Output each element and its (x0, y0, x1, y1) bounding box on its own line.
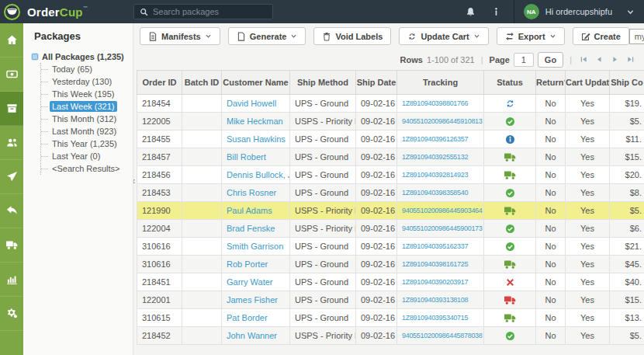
customer-name-link[interactable]: Pat Border (222, 309, 290, 327)
tree-root-label[interactable]: All Packages (1,235) (42, 52, 124, 61)
update-cart-button[interactable]: Update Cart (399, 27, 488, 45)
page-input[interactable] (514, 53, 534, 67)
column-header[interactable]: Cart Updated? (566, 71, 610, 95)
user-menu-chevron-icon[interactable] (626, 8, 635, 16)
rail-item-packages[interactable] (0, 92, 23, 126)
rail-item-home[interactable] (0, 23, 23, 57)
tree-item-label[interactable]: This Month (312) (50, 113, 119, 124)
tracking-link[interactable]: 1Z8910940398161725 (397, 256, 484, 273)
previous-page-icon[interactable] (595, 55, 604, 64)
tracking-link[interactable]: 1Z8910940395162337 (397, 238, 484, 256)
rail-item-billing[interactable] (0, 57, 23, 92)
column-header[interactable]: Status (484, 71, 536, 95)
tree-item-label[interactable]: Today (65) (50, 64, 95, 75)
table-row[interactable]: 310616Smith GarrisonUPS - Ground09-02-16… (137, 238, 644, 256)
tree-item-label[interactable]: Last Year (0) (50, 151, 102, 162)
search-box[interactable] (133, 4, 273, 19)
table-row[interactable]: 218452John WannerUSPS - Priority Mail09-… (137, 327, 644, 345)
customer-name-link[interactable]: Smith Garrison (222, 238, 290, 256)
customer-name-link[interactable]: Rob Porter (222, 256, 290, 273)
table-row[interactable]: 310616Rob PorterUPS - Ground09-02-161Z89… (137, 256, 644, 273)
export-button[interactable]: Export (497, 27, 565, 45)
notifications-bell-icon[interactable] (466, 7, 476, 17)
customer-name-link[interactable]: Garry Water (222, 273, 290, 291)
tracking-link[interactable]: 1Z8910940393138108 (397, 291, 484, 309)
avatar[interactable]: NA (524, 4, 539, 19)
tracking-link[interactable]: 9405510200986445878038 (397, 327, 484, 345)
rail-item-settings[interactable] (0, 297, 23, 331)
tree-item-label[interactable]: This Week (195) (50, 89, 117, 99)
column-header[interactable]: Order ID (137, 71, 182, 95)
tree-item-label[interactable]: Last Week (321) (50, 101, 117, 112)
tracking-link[interactable]: 1Z8910940392814923 (397, 166, 484, 184)
customer-name-link[interactable]: Chris Rosner (222, 184, 290, 202)
column-header[interactable]: Tracking (397, 71, 484, 95)
tree-item[interactable]: Today (65) (41, 63, 133, 75)
tracking-link[interactable]: 1Z8910940395340715 (397, 309, 484, 327)
manifests-button[interactable]: Manifests (140, 27, 220, 45)
column-header[interactable]: Ship Method (290, 71, 356, 95)
table-row[interactable]: 121990Paul AdamsUSPS - Priority Mail09-0… (137, 202, 644, 220)
column-header[interactable]: Return? (536, 71, 566, 95)
search-input[interactable] (153, 7, 267, 16)
table-row[interactable]: 218457Bill RobertUPS - Ground09-02-161Z8… (137, 148, 644, 166)
table-row[interactable]: 218456Dennis Bullock, JrUPS - Ground09-0… (137, 166, 644, 184)
table-row[interactable]: 218454David HowellUPS - Ground09-02-161Z… (137, 95, 644, 113)
tracking-link[interactable]: 9405510200986445900173 (397, 220, 484, 238)
tree-root[interactable]: All Packages (1,235) (31, 52, 133, 61)
customer-name-link[interactable]: Paul Adams (222, 202, 290, 220)
customer-name-link[interactable]: Brad Fenske (222, 220, 290, 238)
column-header[interactable]: Batch ID (182, 71, 222, 95)
user-greeting[interactable]: Hi ordercupshipfu (545, 7, 612, 16)
customer-name-link[interactable]: Dennis Bullock, Jr (222, 166, 290, 184)
customer-name-link[interactable]: Mike Heckman (222, 113, 290, 131)
table-row[interactable]: 218451Garry WaterUPS - Ground09-02-161Z8… (137, 273, 644, 291)
store-select[interactable]: myShopify (629, 29, 644, 44)
tree-item[interactable]: This Week (195) (41, 88, 133, 100)
first-page-icon[interactable] (580, 55, 588, 64)
tree-item[interactable]: <Search Results> (41, 162, 133, 175)
table-row[interactable]: 310615Pat BorderUPS - Ground09-02-161Z89… (137, 309, 644, 327)
generate-button[interactable]: Generate (228, 27, 306, 45)
info-icon[interactable] (493, 7, 500, 16)
customer-name-link[interactable]: Susan Hawkins (222, 131, 290, 148)
column-header[interactable]: Ship Co (610, 71, 644, 95)
go-button[interactable]: Go (538, 52, 563, 68)
tracking-link[interactable]: 1Z8910940392555132 (397, 148, 484, 166)
tree-item[interactable]: This Year (1,235) (41, 137, 133, 150)
customer-name-link[interactable]: John Wanner (222, 327, 290, 345)
tree-item[interactable]: This Month (312) (41, 113, 133, 125)
create-button[interactable]: Create (573, 27, 629, 45)
tree-item[interactable]: Last Week (321) (41, 100, 133, 113)
tree-item-label[interactable]: Last Month (923) (50, 126, 119, 137)
tree-item-label[interactable]: This Year (1,235) (50, 138, 119, 149)
tree-item[interactable]: Last Year (0) (41, 150, 133, 162)
tracking-link[interactable]: 9405510200986445903464 (397, 202, 484, 220)
tracking-link[interactable]: 1Z8910940390203917 (397, 273, 484, 291)
next-page-icon[interactable] (611, 55, 619, 64)
last-page-icon[interactable] (626, 55, 635, 64)
tree-item-label[interactable]: <Search Results> (50, 163, 122, 174)
void-labels-button[interactable]: Void Labels (313, 27, 391, 45)
table-row[interactable]: 122001James FisherUPS - Ground09-02-161Z… (137, 291, 644, 309)
tracking-link[interactable]: 1Z8910940396126357 (397, 131, 484, 148)
rail-item-carriers[interactable] (0, 228, 23, 263)
rail-item-returns[interactable] (0, 194, 23, 228)
tracking-link[interactable]: 9405510200986445910813 (397, 113, 484, 131)
customer-name-link[interactable]: James Fisher (222, 291, 290, 309)
customer-name-link[interactable]: Bill Robert (222, 148, 290, 166)
rail-item-reports[interactable] (0, 263, 23, 297)
tree-item[interactable]: Last Month (923) (41, 125, 133, 137)
rail-item-customers[interactable] (0, 126, 23, 160)
tracking-link[interactable]: 1Z8910940398358540 (397, 184, 484, 202)
table-row[interactable]: 218455Susan HawkinsUPS - Ground09-02-161… (137, 131, 644, 148)
rail-item-ship[interactable] (0, 160, 23, 194)
column-header[interactable]: Ship Date (356, 71, 397, 95)
tracking-link[interactable]: 1Z8910940398801766 (397, 95, 484, 113)
tree-item-label[interactable]: Yesterday (130) (50, 76, 114, 87)
column-header[interactable]: Customer Name (222, 71, 290, 95)
table-row[interactable]: 122004Brad FenskeUSPS - Priority Mail09-… (137, 220, 644, 238)
table-row[interactable]: 122005Mike HeckmanUSPS - Priority Mail09… (137, 113, 644, 131)
table-row[interactable]: 218453Chris RosnerUPS - Ground09-02-161Z… (137, 184, 644, 202)
customer-name-link[interactable]: David Howell (222, 95, 290, 113)
